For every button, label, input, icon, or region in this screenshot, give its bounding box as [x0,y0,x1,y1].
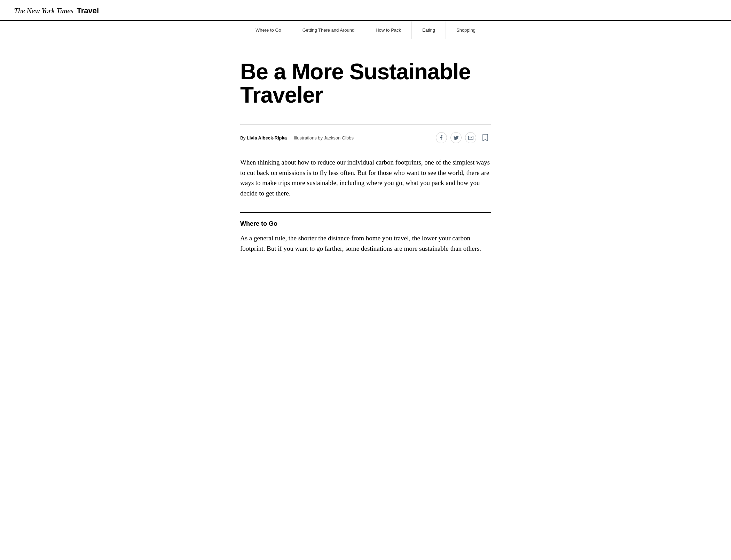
nav-item-shopping[interactable]: Shopping [446,21,486,39]
byline-author: Livia Albeck-Ripka [247,135,287,141]
site-header: The New York Times Travel [0,0,731,21]
main-nav: Where to Go Getting There and Around How… [0,21,731,39]
article-body-intro: When thinking about how to reduce our in… [240,157,491,198]
meta-divider [240,124,491,125]
bookmark-button[interactable] [480,132,491,143]
byline-illustrations: Illustrations by Jackson Gibbs [294,135,354,141]
article-byline: By Livia Albeck-RipkaIllustrations by Ja… [240,135,354,141]
nav-item-eating[interactable]: Eating [412,21,446,39]
nyt-logo[interactable]: The New York Times [14,6,73,15]
section-heading-where-to-go: Where to Go [240,220,491,227]
main-content: Be a More Sustainable Traveler By Livia … [226,39,505,267]
article-title: Be a More Sustainable Traveler [240,60,491,107]
nav-item-getting-there[interactable]: Getting There and Around [292,21,365,39]
section-logo[interactable]: Travel [77,6,99,15]
facebook-share-button[interactable] [436,132,447,143]
byline-by: By [240,135,247,141]
twitter-share-button[interactable] [450,132,462,143]
section-divider [240,212,491,213]
email-share-button[interactable] [465,132,476,143]
social-icons [436,132,491,143]
nav-item-where-to-go[interactable]: Where to Go [245,21,292,39]
article-meta: By Livia Albeck-RipkaIllustrations by Ja… [240,132,491,143]
nav-item-how-to-pack[interactable]: How to Pack [365,21,412,39]
section-body-where-to-go: As a general rule, the shorter the dista… [240,233,491,254]
